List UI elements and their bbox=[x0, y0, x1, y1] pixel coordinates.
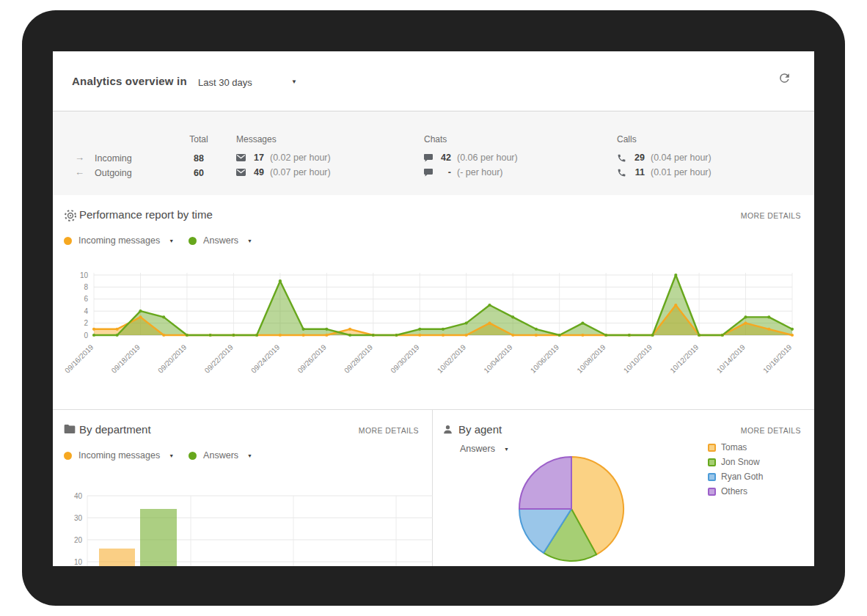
orange-dot-icon bbox=[64, 452, 72, 460]
legend-answers-dropdown[interactable]: Answers ▼ bbox=[189, 235, 252, 246]
calls-cell: 29 (0.04 per hour) bbox=[617, 153, 711, 163]
svg-text:8: 8 bbox=[84, 283, 88, 291]
column-header-total: Total bbox=[175, 134, 223, 144]
folder-icon bbox=[64, 424, 76, 434]
svg-text:09/26/2019: 09/26/2019 bbox=[296, 342, 328, 374]
legend-label: Ryan Goth bbox=[721, 472, 763, 482]
svg-text:2: 2 bbox=[84, 319, 88, 327]
svg-text:10: 10 bbox=[74, 558, 83, 566]
svg-text:20: 20 bbox=[74, 536, 83, 544]
agent-legend: Tomas Jon Snow Ryan Goth Others bbox=[708, 442, 763, 501]
stats-header-row: Total Messages Chats Calls bbox=[53, 133, 814, 147]
svg-text:10/10/2019: 10/10/2019 bbox=[622, 342, 654, 374]
svg-text:09/20/2019: 09/20/2019 bbox=[156, 342, 188, 374]
dashboard-header: Analytics overview in Last 30 days ▼ bbox=[53, 51, 814, 111]
svg-text:09/24/2019: 09/24/2019 bbox=[249, 342, 281, 374]
department-legend: Incoming messages ▼ Answers ▼ bbox=[64, 450, 267, 461]
svg-text:10/14/2019: 10/14/2019 bbox=[715, 342, 747, 374]
refresh-icon bbox=[778, 71, 791, 85]
chats-rate: (0.06 per hour) bbox=[457, 153, 518, 163]
performance-chart: 024681009/16/201909/18/201909/20/201909/… bbox=[53, 263, 814, 391]
column-header-chats: Chats bbox=[424, 134, 447, 144]
page-title: Analytics overview in bbox=[72, 75, 187, 87]
column-header-messages: Messages bbox=[236, 134, 277, 144]
svg-text:09/16/2019: 09/16/2019 bbox=[63, 342, 95, 374]
legend-label: Answers bbox=[203, 450, 238, 461]
stats-row-outgoing: ← Outgoing 60 49 (0.07 per hour) - (- pe… bbox=[53, 166, 814, 181]
jon-snow-swatch-icon bbox=[708, 458, 716, 466]
summary-stats: Total Messages Chats Calls → Incoming 88… bbox=[53, 111, 814, 195]
date-range-value: Last 30 days bbox=[198, 77, 252, 88]
calls-count: 29 bbox=[632, 153, 645, 163]
legend-item-others: Others bbox=[708, 486, 763, 496]
chevron-down-icon: ▼ bbox=[291, 78, 297, 85]
phone-icon bbox=[617, 168, 626, 177]
messages-rate: (0.07 per hour) bbox=[270, 167, 331, 177]
svg-text:09/18/2019: 09/18/2019 bbox=[110, 342, 142, 374]
others-swatch-icon bbox=[708, 488, 716, 496]
by-agent-section: By agent MORE DETAILS Answers ▼ Tomas Jo… bbox=[433, 410, 814, 566]
messages-cell: 17 (0.02 per hour) bbox=[236, 153, 331, 163]
chats-rate: (- per hour) bbox=[457, 167, 503, 177]
section-title-department: By department bbox=[79, 423, 151, 436]
svg-text:10/16/2019: 10/16/2019 bbox=[761, 342, 793, 374]
section-title-agent: By agent bbox=[458, 423, 502, 436]
messages-rate: (0.02 per hour) bbox=[270, 153, 331, 163]
total-value: 60 bbox=[175, 168, 223, 178]
svg-text:40: 40 bbox=[74, 492, 83, 500]
svg-text:4: 4 bbox=[84, 307, 88, 315]
by-department-section: By department MORE DETAILS Incoming mess… bbox=[53, 410, 433, 566]
chat-bubble-icon bbox=[424, 169, 433, 177]
green-dot-icon bbox=[189, 237, 197, 245]
bottom-sections: By department MORE DETAILS Incoming mess… bbox=[53, 409, 814, 566]
stats-row-incoming: → Incoming 88 17 (0.02 per hour) 42 (0.0… bbox=[53, 152, 814, 166]
total-value: 88 bbox=[175, 153, 223, 164]
legend-label: Others bbox=[721, 486, 747, 496]
agent-metric-dropdown[interactable]: Answers ▼ bbox=[460, 444, 509, 454]
chevron-down-icon: ▼ bbox=[247, 238, 252, 243]
legend-label: Incoming messages bbox=[78, 235, 160, 246]
person-icon bbox=[442, 424, 453, 435]
agent-pie-chart bbox=[502, 439, 649, 566]
svg-text:10: 10 bbox=[80, 271, 89, 279]
calls-cell: 11 (0.01 per hour) bbox=[617, 167, 711, 177]
messages-count: 17 bbox=[252, 153, 264, 163]
analytics-dashboard: Analytics overview in Last 30 days ▼ Tot… bbox=[53, 51, 814, 566]
department-chart: 40302010 bbox=[53, 483, 433, 566]
column-header-calls: Calls bbox=[617, 134, 637, 144]
section-title-performance: Performance report by time bbox=[79, 208, 213, 221]
agent-metric-value: Answers bbox=[460, 444, 495, 454]
timer-icon bbox=[64, 209, 77, 222]
svg-text:09/28/2019: 09/28/2019 bbox=[343, 342, 374, 374]
refresh-button[interactable] bbox=[778, 71, 792, 86]
svg-text:6: 6 bbox=[84, 295, 88, 303]
svg-text:10/02/2019: 10/02/2019 bbox=[436, 342, 467, 374]
svg-text:0: 0 bbox=[84, 331, 88, 340]
legend-incoming-messages-dropdown[interactable]: Incoming messages ▼ bbox=[64, 450, 174, 461]
arrow-left-icon: ← bbox=[75, 166, 84, 177]
legend-incoming-messages-dropdown[interactable]: Incoming messages ▼ bbox=[64, 235, 174, 246]
more-details-link-agent[interactable]: MORE DETAILS bbox=[741, 426, 801, 435]
chats-cell: 42 (0.06 per hour) bbox=[424, 153, 518, 163]
chevron-down-icon: ▼ bbox=[169, 453, 174, 458]
svg-text:10/08/2019: 10/08/2019 bbox=[575, 342, 607, 374]
messages-count: 49 bbox=[252, 167, 264, 177]
legend-item-tomas: Tomas bbox=[708, 442, 763, 452]
performance-report-section: Performance report by time MORE DETAILS … bbox=[53, 195, 814, 409]
phone-icon bbox=[617, 153, 626, 163]
more-details-link-performance[interactable]: MORE DETAILS bbox=[741, 211, 801, 220]
ryan-goth-swatch-icon bbox=[708, 473, 716, 481]
more-details-link-department[interactable]: MORE DETAILS bbox=[359, 426, 419, 435]
svg-text:10/04/2019: 10/04/2019 bbox=[482, 342, 513, 374]
calls-rate: (0.04 per hour) bbox=[651, 153, 711, 163]
chats-cell: - (- per hour) bbox=[424, 167, 503, 177]
row-label: Incoming bbox=[95, 153, 132, 164]
svg-text:10/06/2019: 10/06/2019 bbox=[529, 342, 560, 374]
arrow-right-icon: → bbox=[75, 152, 84, 163]
legend-label: Incoming messages bbox=[78, 450, 160, 461]
svg-text:30: 30 bbox=[74, 514, 83, 522]
row-label: Outgoing bbox=[95, 168, 132, 178]
legend-answers-dropdown[interactable]: Answers ▼ bbox=[189, 450, 252, 461]
chats-count: - bbox=[439, 167, 451, 177]
date-range-dropdown[interactable]: Last 30 days ▼ bbox=[198, 76, 308, 92]
